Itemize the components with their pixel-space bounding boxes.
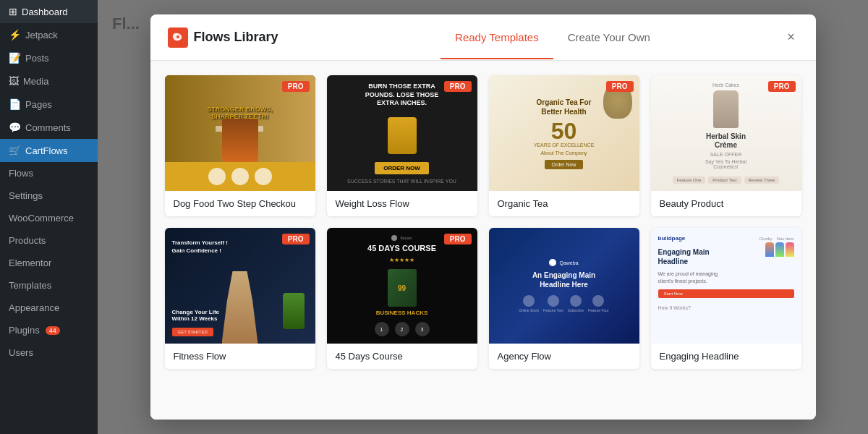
sidebar-item-pages[interactable]: 📄 Pages [0,93,98,116]
organic-tea-cta: Order Now [545,160,584,169]
fitness-bg: Transform Yourself !Gain Confidence ! Ch… [165,228,315,344]
agency-icon-4: Feature Four [588,295,609,312]
dog-food-thumbnail: STRONGER BROWS,SHARPER TEETH! [165,75,315,191]
agency-circle-3 [570,295,582,307]
modal-body[interactable]: Pro STRONGER BROWS,SHARPER TEETH! [150,61,816,420]
pro-badge: Pro [768,81,796,92]
engaging-cta: Start Now [658,289,794,298]
dog-food-product-image [222,119,258,162]
agency-logo-name: Qaweba [559,260,578,265]
beauty-title: Herbal SkinCrème [706,132,746,150]
template-thumb-engaging: buildpage Clunky Nav item Engaging MainH… [651,228,801,344]
sidebar-item-label: Media [23,76,48,87]
organic-tea-years: YEARS OF EXCELLENCE [534,142,595,148]
engaging-nav-2: Nav item [777,237,794,241]
sidebar-item-users[interactable]: Users [0,341,98,364]
sidebar-item-settings[interactable]: Settings [0,184,98,207]
agency-circle-1 [523,295,535,307]
agency-label-4: Feature Four [588,308,609,312]
course-steps: 1 2 3 [375,322,430,336]
sidebar-item-cartflows[interactable]: 🛒 CartFlows [0,139,98,162]
template-thumb-weight-loss: Pro BURN THOSE EXTRAPOUNDS. LOSE THOSEEX… [327,75,477,191]
template-card-dog-food[interactable]: Pro STRONGER BROWS,SHARPER TEETH! [165,75,315,216]
engaging-subtext: We are proud of managingclient's finest … [658,271,794,285]
sidebar-item-label: Comments [25,122,71,133]
sidebar-item-label: Products [9,235,46,246]
logo-circle-1 [208,168,226,185]
person-2 [775,242,784,257]
dog-food-logos [208,168,272,185]
agency-headline: An Engaging MainHeadline Here [532,271,595,289]
sidebar-item-flows[interactable]: Flows [0,162,98,184]
template-name-beauty: Beauty Product [651,191,801,216]
beauty-tagline: Say Yes To HerbalCosmetics! [705,159,746,169]
beauty-bg: Herb Cakes Herbal SkinCrème SALE OFFER S… [651,75,801,191]
templates-grid: Pro STRONGER BROWS,SHARPER TEETH! [165,75,801,369]
main-content: Fl... Flows Library Ready Templates [98,0,868,434]
template-card-fitness[interactable]: Pro Transform Yourself !Gain Confidence … [165,228,315,369]
modal-tabs: Ready Templates Create Your Own [307,16,799,59]
pro-badge: Pro [282,234,310,244]
template-name-agency: Agency Flow [489,344,639,369]
template-card-engaging[interactable]: buildpage Clunky Nav item Engaging MainH… [651,228,801,369]
sidebar-item-media[interactable]: 🖼 Media [0,69,98,93]
fitness-person [222,271,258,344]
engaging-header-row: buildpage Clunky Nav item [658,235,794,242]
template-card-weight-loss[interactable]: Pro BURN THOSE EXTRAPOUNDS. LOSE THOSEEX… [327,75,477,216]
beauty-brand: Herb Cakes [712,82,739,88]
template-thumb-course: Pro 6scan 45 DAYS COURSE ★★★★★ [327,228,477,344]
beauty-product-image [713,90,739,128]
agency-icon-1: Online Store [519,295,539,312]
modal-header: Flows Library Ready Templates Create You… [150,14,816,61]
sidebar-item-templates[interactable]: Templates [0,274,98,297]
sidebar-item-label: Appearance [9,302,59,313]
modal-close-button[interactable]: × [781,27,801,48]
sidebar-item-elementor[interactable]: Elementor [0,252,98,274]
template-name-course: 45 Days Course [327,344,477,369]
agency-label-1: Online Store [519,308,539,312]
template-name-engaging: Engaging Headline [651,344,801,369]
template-name-dog-food: Dog Food Two Step Checkou [165,191,315,216]
fitness-text: Transform Yourself !Gain Confidence ! [172,239,229,255]
tab-ready-templates[interactable]: Ready Templates [441,17,553,59]
sidebar-item-label: Plugins [9,325,40,336]
sidebar-item-plugins[interactable]: Plugins 44 [0,319,98,341]
template-thumb-dog-food: Pro STRONGER BROWS,SHARPER TEETH! [165,75,315,191]
jetpack-icon: ⚡ [9,29,21,41]
sidebar-item-products[interactable]: Products [0,229,98,252]
engaging-howworks: How It Works? [658,305,794,310]
template-card-agency[interactable]: Qaweba An Engaging MainHeadline Here Onl… [489,228,639,369]
posts-icon: 📝 [9,52,21,64]
template-card-beauty[interactable]: Pro Herb Cakes Herbal SkinCrème SALE OFF… [651,75,801,216]
person-3 [786,242,794,257]
sidebar-item-label: Dashboard [22,7,68,17]
fitness-cta: GET STARTED [172,328,213,336]
flows-logo-icon [168,27,188,48]
template-card-organic-tea[interactable]: Pro Organic Tea ForBetter Health 50 YEAR… [489,75,639,216]
sidebar-item-appearance[interactable]: Appearance [0,297,98,319]
sidebar-item-dashboard[interactable]: ⊞ Dashboard [0,0,98,23]
beauty-buttons: Feature One Product Two Review Three [673,176,780,184]
weight-loss-thumbnail: BURN THOSE EXTRAPOUNDS. LOSE THOSEEXTRA … [327,75,477,191]
course-step-2: 2 [395,322,409,336]
sidebar-item-label: Flows [9,168,33,179]
course-stars: ★★★★★ [389,257,414,263]
agency-label-3: Subscribe [568,308,584,312]
comments-icon: 💬 [9,122,21,133]
sidebar-item-jetpack[interactable]: ⚡ Jetpack [0,23,98,46]
course-thumbnail: 6scan 45 DAYS COURSE ★★★★★ BUSINESS HACK… [327,228,477,344]
template-card-course[interactable]: Pro 6scan 45 DAYS COURSE ★★★★★ [327,228,477,369]
sidebar-item-woocommerce[interactable]: WooCommerce [0,207,98,229]
sidebar-item-comments[interactable]: 💬 Comments [0,116,98,139]
course-days: 45 DAYS COURSE [367,244,436,252]
course-step-1: 1 [375,322,389,336]
engaging-nav: Clunky Nav item [759,237,793,241]
modal-overlay: Flows Library Ready Templates Create You… [98,0,868,434]
template-thumb-organic-tea: Pro Organic Tea ForBetter Health 50 YEAR… [489,75,639,191]
tab-create-your-own[interactable]: Create Your Own [553,17,665,59]
organic-tea-thumbnail: Organic Tea ForBetter Health 50 YEARS OF… [489,75,639,191]
weight-loss-subtext: SUCCESS STORIES THAT WILL INSPIRE YOU [347,179,456,184]
sidebar-item-posts[interactable]: 📝 Posts [0,46,98,69]
course-step-3: 3 [415,322,430,336]
sidebar-item-label: WooCommerce [9,213,74,224]
